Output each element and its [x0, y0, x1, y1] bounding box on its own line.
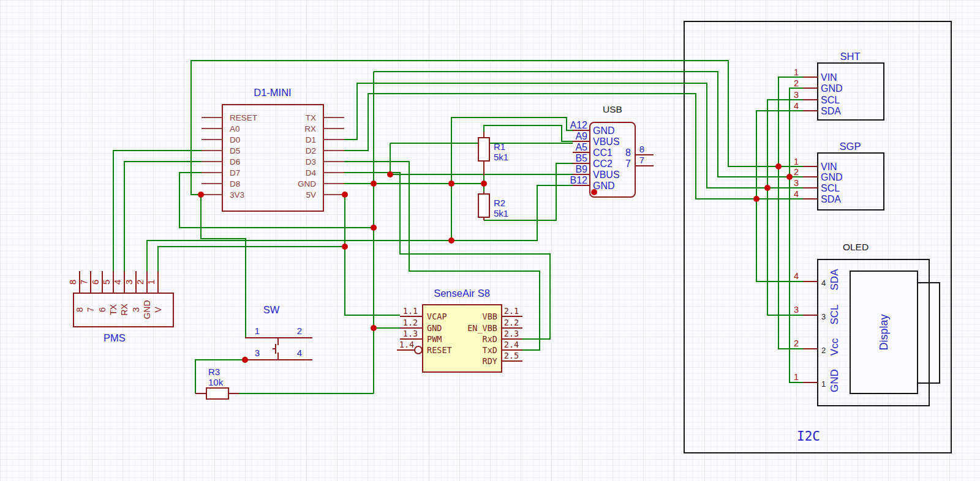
pin-label: 7	[625, 158, 631, 169]
pin-label: D2	[306, 146, 316, 155]
pin-number: 4	[297, 348, 302, 358]
pin-number: 1.2	[403, 318, 418, 327]
pms-title: PMS	[104, 332, 126, 343]
pin-label: V	[153, 307, 163, 313]
sgp-pins[interactable]	[803, 166, 818, 199]
pin-number: 2	[297, 326, 302, 336]
pin-number: 2	[794, 167, 799, 177]
senseair-title: SenseAir S8	[434, 288, 490, 299]
wire-gnd-a12[interactable]	[451, 117, 573, 240]
pin-label: EN_VBB	[467, 323, 497, 334]
wire-d1-scl[interactable]	[344, 83, 803, 188]
sht-title: SHT	[840, 51, 861, 62]
pin-label: SCL	[821, 95, 840, 105]
pin-label: SCL	[829, 304, 840, 324]
pin-label: GND	[829, 369, 840, 392]
wire-gnd-sgp[interactable]	[374, 72, 803, 177]
wire-3v3-sw[interactable]	[201, 195, 246, 338]
pin-number: 1	[794, 372, 799, 382]
i2c-group-label: I2C	[797, 429, 820, 444]
pin-number: 1.1	[403, 306, 418, 316]
pin-label: SDA	[829, 269, 840, 291]
pin-label: RxD	[483, 334, 497, 344]
usb-title: USB	[603, 104, 622, 114]
component-sgp[interactable]: SGP 1 2 3 4 VIN GND SCL SDA	[794, 141, 884, 210]
pin-number: 2.2	[504, 318, 519, 327]
component-oled[interactable]: OLED 4 3 2 1 4 3 2 1 SDA SCL Vcc GND Dis…	[794, 242, 940, 406]
pin-number: 1	[794, 157, 799, 166]
pin-label: RESET	[427, 345, 452, 355]
pin-label: 3V3	[230, 190, 244, 199]
r3-value: 10k	[208, 377, 224, 387]
wire-r1-a9[interactable]	[484, 125, 573, 141]
sht-pins[interactable]	[803, 77, 818, 111]
pin-label: VIN	[821, 162, 837, 172]
pad-label: A9	[575, 131, 587, 141]
component-usb[interactable]: USB A12 A9 A5 B5 B9 B12 GND VBUS CC1 CC2…	[570, 104, 654, 197]
r2-ref: R2	[494, 198, 505, 208]
wire-vin-col[interactable]	[778, 77, 803, 349]
d1mini-title: D1-MINI	[254, 87, 291, 98]
pad-label: B9	[575, 164, 587, 174]
component-senseair-s8[interactable]: SenseAir S8 1.1 1.2 1.3 1.4 2.1 2.2 2.3 …	[397, 288, 522, 372]
wire-5v-senseair[interactable]	[344, 195, 400, 315]
pin-number: 2	[794, 78, 799, 88]
pin-label: VCAP	[427, 311, 447, 321]
resistor-r2[interactable]: R2 5k1	[478, 192, 508, 220]
pin-number: 2.5	[504, 351, 519, 360]
d1mini-right-pins[interactable]	[323, 117, 344, 195]
pin-number: 1.3	[403, 329, 418, 338]
pin-number: 7	[639, 155, 644, 165]
pin-number: 2	[135, 280, 145, 285]
pin-number: 3	[821, 312, 826, 321]
pin-label: TX	[306, 113, 316, 122]
pin-label: RX	[304, 124, 316, 133]
pin-label: GND	[821, 83, 843, 94]
wire-pms-v[interactable]	[158, 247, 345, 271]
resistor-r3[interactable]: R3 10k	[195, 367, 239, 399]
pin-label: SDA	[821, 106, 841, 116]
pin-label: GND	[298, 179, 316, 188]
pin-number: 1	[146, 280, 156, 285]
schematic-canvas[interactable]: R1 5k1 R2 5k1 R3 10k D1-MINI	[0, 0, 980, 481]
component-sw[interactable]: SW 1 2 3 4	[245, 304, 312, 360]
pad-label: B5	[575, 153, 587, 163]
pin-label: VBUS	[593, 170, 620, 180]
pin-label: A0	[230, 124, 240, 133]
pin-label: CC2	[593, 158, 612, 169]
pin-label: 8	[625, 147, 631, 158]
pin-number: 3	[794, 178, 799, 188]
r1-ref: R1	[494, 141, 505, 152]
pin-number: 8	[68, 280, 78, 285]
pin-label: RESET	[230, 113, 257, 122]
wire-d6-pms[interactable]	[124, 162, 202, 271]
resistor-r1[interactable]: R1 5k1	[478, 132, 508, 176]
component-d1mini[interactable]: D1-MINI RESET A0 D0 D5 D6 D7 D8	[202, 87, 344, 211]
pin-number: 2.1	[504, 306, 519, 316]
pin-number: 1	[255, 326, 260, 336]
pin-label: 8	[75, 307, 85, 312]
component-sht[interactable]: SHT 1 2 3 4 VIN GND SCL SDA	[794, 51, 884, 120]
pin-number: 4	[113, 280, 123, 285]
pin-label: VBB	[483, 311, 497, 321]
pin-number: 1	[794, 67, 799, 77]
d1mini-left-pins[interactable]	[202, 117, 222, 195]
pin-label: GND	[142, 300, 152, 319]
pin-number: 7	[79, 280, 89, 285]
pin-label: RDY	[483, 356, 497, 366]
component-pms[interactable]: PMS 8 7 6 5 4 3 2 1 8 7 6 TX RX 3 GND V	[68, 271, 173, 343]
pin-number: 4	[794, 189, 799, 199]
pin-number: 5	[102, 280, 111, 285]
pin-number: 2.3	[504, 329, 519, 338]
pin-label: Vcc	[829, 338, 840, 356]
pin-label: 6	[97, 307, 107, 312]
pin-number: 6	[91, 280, 100, 285]
pin-number: 3	[794, 305, 799, 315]
pin-label: D1	[306, 135, 316, 144]
oled-pins[interactable]	[803, 282, 818, 382]
pin-label: GND	[427, 323, 442, 333]
wire-scl-col[interactable]	[767, 100, 803, 315]
pin-number: 2	[821, 346, 826, 355]
pin-number: 3	[794, 90, 799, 100]
display-label: Display	[878, 314, 890, 350]
